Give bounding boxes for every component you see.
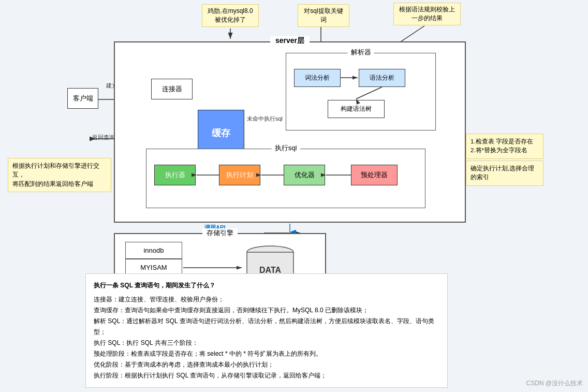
not-cached-label: 未命中执行sql [247,115,283,123]
server-layer-label: server层 [270,36,310,46]
bottom-content: 连接器：建立连接、管理连接、校验用户身份； 查询缓存：查询语句如果命中查询缓存则… [94,294,439,381]
lexical-box: 词法分析 [294,69,341,87]
svg-line-28 [356,87,382,99]
parser-label: 解析器 [348,48,374,57]
executor-box: 执行器 [154,165,196,185]
innodb-box: innodb [126,242,182,259]
watermark: CSDN @没什么技术 [526,379,583,388]
syntax-box: 语法分析 [359,69,405,87]
note-top-right: 根据语法规则校验上一步的结果 [393,3,461,25]
bottom-text-area: 执行一条 SQL 查询语句，期间发生了什么？ 连接器：建立连接、管理连接、校验用… [85,273,448,388]
storage-engine-label: 存储引擎 [202,228,238,238]
parser-box: 解析器 词法分析 语法分析 构建语法树 [286,53,436,130]
build-tree-box: 构建语法树 [328,100,385,118]
exec-sql-label: 执行sql [272,143,300,153]
server-layer-box: server层 连接器 缓存 未命中执行sql 解析器 词法分析 语法分 [114,41,466,223]
bottom-title: 执行一条 SQL 查询语句，期间发生了什么？ [94,280,439,291]
note-top-left: 鸡肋,在mysql8.0被优化掉了 [202,4,259,27]
exec-sql-box: 执行sql 执行器 执行计划 优化器 预处理器 [146,149,425,208]
client-box: 客户端 [67,88,98,109]
note-top-mid: 对sql提取关键词 [298,4,349,27]
right-top-note: 1.检查表 字段是否存在2.将*替换为全字段名 [466,134,543,159]
optimizer-box: 优化器 [284,165,325,185]
preprocessor-box: 预处理器 [351,165,398,185]
right-bottom-note: 确定执行计划,选择合理的索引 [466,161,543,186]
connector-box: 连接器 [151,79,193,99]
page-container: 鸡肋,在mysql8.0被优化掉了 对sql提取关键词 根据语法规则校验上一步的… [0,0,588,392]
left-exec-note: 根据执行计划和存储引擎进行交互，将匹配到的结果返回给客户端 [8,158,111,192]
exec-plan-box: 执行计划 [219,165,260,185]
